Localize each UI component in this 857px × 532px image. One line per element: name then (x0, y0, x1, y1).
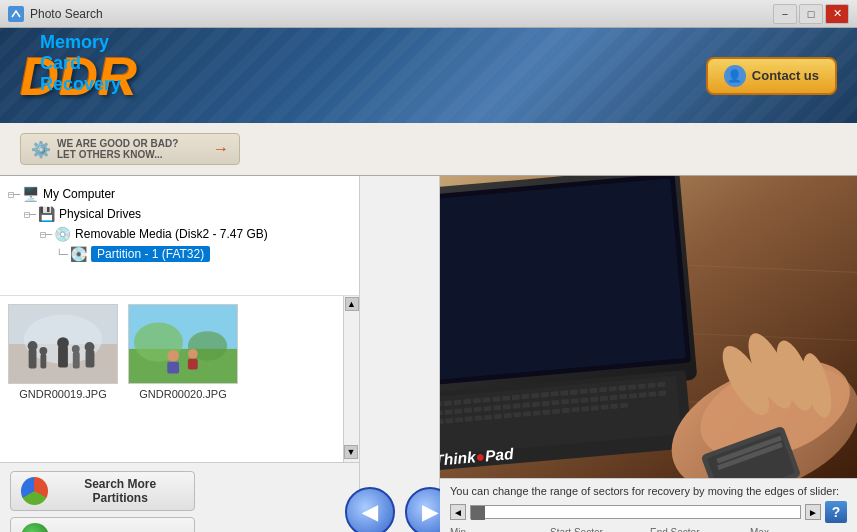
window-title: Photo Search (30, 7, 773, 21)
app-icon (8, 6, 24, 22)
svg-rect-110 (620, 403, 628, 409)
svg-rect-72 (522, 402, 530, 408)
tree-item-removable-media[interactable]: ⊟─ 💿 Removable Media (Disk2 - 7.47 GB) (40, 224, 351, 244)
svg-rect-39 (473, 398, 481, 404)
title-bar: Photo Search − □ ✕ (0, 0, 857, 28)
svg-rect-45 (531, 393, 539, 399)
svg-rect-66 (464, 408, 472, 414)
svg-rect-101 (533, 410, 541, 416)
svg-rect-106 (581, 406, 589, 412)
tree-connector: └─ (56, 249, 68, 260)
preview-image: Think●Pad (440, 176, 857, 478)
svg-rect-96 (484, 415, 492, 421)
svg-rect-81 (610, 395, 618, 401)
tree-label-my-computer: My Computer (43, 187, 115, 201)
start-sector-field: Start Sector (550, 527, 640, 532)
svg-rect-91 (440, 419, 444, 425)
svg-rect-100 (523, 411, 531, 417)
maximize-button[interactable]: □ (799, 4, 823, 24)
main-content: ⊟─ 🖥️ My Computer ⊟─ 💾 Physical Drives ⊟… (0, 175, 857, 532)
svg-point-5 (28, 341, 38, 351)
window-controls: − □ ✕ (773, 4, 849, 24)
help-button[interactable]: ? (825, 501, 847, 523)
tree-label-physical-drives: Physical Drives (59, 207, 141, 221)
svg-rect-47 (551, 391, 559, 397)
max-field: Max (750, 527, 840, 532)
slider-track[interactable] (470, 505, 801, 519)
svg-rect-97 (494, 414, 502, 420)
scroll-down-button[interactable]: ▼ (344, 445, 358, 459)
svg-rect-52 (599, 387, 607, 393)
contact-button[interactable]: 👤 Contact us (706, 57, 837, 95)
svg-rect-108 (601, 404, 609, 410)
svg-rect-28 (440, 178, 686, 382)
svg-rect-93 (455, 417, 463, 423)
slider-right-arrow[interactable]: ► (805, 504, 821, 520)
svg-rect-48 (560, 390, 568, 396)
svg-point-7 (39, 347, 47, 355)
scroll-up-button[interactable]: ▲ (345, 297, 359, 311)
rating-icon: ⚙️ (31, 140, 51, 159)
svg-rect-58 (657, 382, 665, 388)
computer-icon: 🖥️ (22, 186, 39, 202)
file-name-1: GNDR00019.JPG (19, 388, 106, 400)
file-name-2: GNDR00020.JPG (139, 388, 226, 400)
svg-rect-105 (571, 407, 579, 413)
search-more-button[interactable]: Search More Partitions (10, 471, 195, 511)
svg-point-9 (57, 337, 69, 349)
svg-rect-82 (619, 394, 627, 400)
svg-rect-70 (503, 404, 511, 410)
file-item[interactable]: GNDR00019.JPG (8, 304, 118, 400)
svg-rect-41 (492, 396, 500, 402)
slider-thumb-left[interactable] (471, 506, 485, 520)
svg-rect-49 (570, 389, 578, 395)
svg-rect-53 (609, 386, 617, 392)
sector-description: You can change the range of sectors for … (450, 485, 847, 497)
svg-rect-68 (483, 406, 491, 412)
svg-rect-76 (561, 399, 569, 405)
svg-rect-51 (589, 388, 597, 394)
prev-button[interactable]: ◀ (345, 487, 395, 532)
svg-rect-37 (453, 400, 461, 406)
app-subtitle: Memory Card Recovery (40, 32, 137, 95)
svg-rect-84 (639, 392, 647, 398)
max-label: Max (750, 527, 840, 532)
svg-point-13 (85, 342, 95, 352)
svg-rect-98 (504, 413, 512, 419)
file-grid-scrollbar[interactable]: ▲ ▼ (343, 296, 359, 462)
svg-rect-102 (542, 409, 550, 415)
svg-rect-19 (167, 362, 179, 374)
svg-rect-103 (552, 409, 560, 415)
bottom-buttons-panel: Search More Partitions ↻ Refresh Drive L… (0, 462, 359, 532)
file-item[interactable]: GNDR00020.JPG (128, 304, 238, 400)
tree-item-partition[interactable]: └─ 💽 Partition - 1 (FAT32) (56, 244, 351, 264)
svg-rect-86 (658, 391, 666, 397)
svg-rect-73 (532, 402, 540, 408)
slider-left-arrow[interactable]: ◄ (450, 504, 466, 520)
svg-rect-64 (445, 409, 453, 415)
tree-item-physical-drives[interactable]: ⊟─ 💾 Physical Drives (24, 204, 351, 224)
close-button[interactable]: ✕ (825, 4, 849, 24)
svg-rect-36 (444, 400, 452, 406)
svg-rect-92 (445, 418, 453, 424)
svg-rect-10 (73, 352, 80, 369)
right-panel: Think●Pad You can change the range of se… (440, 176, 857, 532)
svg-rect-46 (541, 392, 549, 398)
refresh-drive-button[interactable]: ↻ Refresh Drive List (10, 517, 195, 532)
svg-rect-8 (58, 346, 68, 368)
tree-item-my-computer[interactable]: ⊟─ 🖥️ My Computer (8, 184, 351, 204)
svg-rect-44 (521, 394, 529, 400)
svg-rect-4 (29, 349, 37, 369)
rating-banner[interactable]: ⚙️ WE ARE GOOD OR BAD? LET OTHERS KNOW..… (20, 133, 240, 165)
svg-rect-21 (188, 359, 198, 370)
minimize-button[interactable]: − (773, 4, 797, 24)
svg-rect-78 (580, 397, 588, 403)
tree-connector: ⊟─ (8, 189, 20, 200)
svg-rect-63 (440, 410, 443, 416)
min-label: Min (450, 527, 540, 532)
sector-values: Min Start Sector End Sector Max (450, 527, 847, 532)
tree-view: ⊟─ 🖥️ My Computer ⊟─ 💾 Physical Drives ⊟… (0, 176, 359, 296)
tree-connector: ⊟─ (40, 229, 52, 240)
rating-text: WE ARE GOOD OR BAD? (57, 138, 178, 149)
svg-rect-83 (629, 393, 637, 399)
